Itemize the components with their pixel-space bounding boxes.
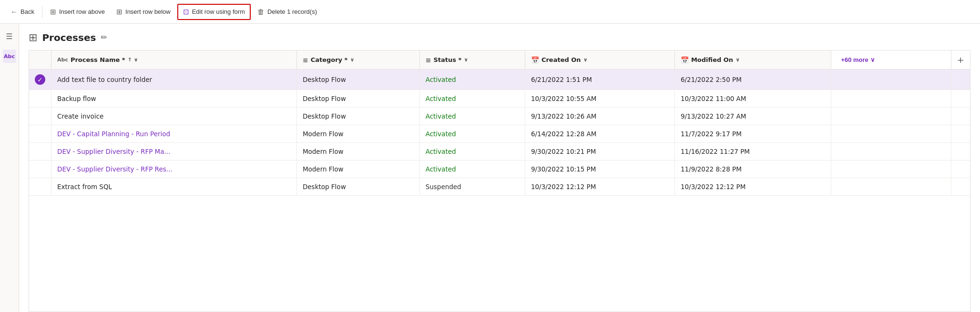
created-on-col-icon: 📅 [531, 56, 539, 64]
left-sidebar: ☰ Abc [0, 24, 19, 312]
row-modified-on: 11/9/2022 8:28 PM [674, 161, 831, 178]
add-column-icon[interactable]: + [957, 55, 964, 65]
menu-icon[interactable]: ☰ [3, 30, 16, 43]
row-checkbox-cell[interactable] [29, 161, 51, 178]
table-row[interactable]: DEV - Supplier Diversity - RFP Ma...Mode… [29, 143, 970, 161]
table-row[interactable]: ✓Add text file to country folderDesktop … [29, 70, 970, 90]
row-more-cols [831, 70, 951, 90]
modified-on-sort-icon: ∨ [735, 57, 740, 63]
table-row[interactable]: DEV - Supplier Diversity - RFP Res...Mod… [29, 161, 970, 178]
row-status: Activated [419, 70, 525, 90]
edit-form-icon: ⊡ [183, 8, 189, 16]
category-sort-icon: ∨ [350, 57, 354, 63]
abc-icon[interactable]: Abc [3, 50, 16, 63]
row-checkbox-cell[interactable] [29, 178, 51, 196]
th-category-label: Category * [311, 56, 348, 63]
back-icon: ← [10, 8, 18, 16]
table-row[interactable]: DEV - Capital Planning - Run PeriodModer… [29, 125, 970, 143]
toolbar-separator-1 [42, 6, 42, 18]
row-category: Desktop Flow [296, 178, 419, 196]
row-modified-on: 9/13/2022 10:27 AM [674, 108, 831, 125]
row-status: Activated [419, 90, 525, 108]
row-created-on: 9/30/2022 10:15 PM [525, 161, 674, 178]
row-modified-on: 11/7/2022 9:17 PM [674, 125, 831, 143]
process-name-link[interactable]: DEV - Capital Planning - Run Period [57, 130, 170, 138]
process-name-link[interactable]: DEV - Supplier Diversity - RFP Res... [57, 165, 173, 173]
row-status: Suspended [419, 178, 525, 196]
th-process-name[interactable]: Abc Process Name * ↑ ∨ [51, 50, 297, 70]
row-modified-on: 11/16/2022 11:27 PM [674, 143, 831, 161]
toolbar: ← Back ⊞ Insert row above ⊞ Insert row b… [0, 0, 980, 24]
row-add-col [951, 143, 970, 161]
process-name-link[interactable]: DEV - Supplier Diversity - RFP Ma... [57, 148, 170, 155]
th-add-col[interactable]: + [951, 50, 970, 70]
row-checkbox-cell[interactable] [29, 125, 51, 143]
processes-table: Abc Process Name * ↑ ∨ ≡ Category * ∨ [29, 50, 970, 196]
process-name-sort-icon: ↑ ∨ [128, 57, 138, 63]
row-add-col [951, 161, 970, 178]
row-add-col [951, 178, 970, 196]
delete-record-button[interactable]: 🗑 Delete 1 record(s) [253, 5, 322, 19]
table-row[interactable]: Extract from SQLDesktop FlowSuspended10/… [29, 178, 970, 196]
row-process-name: Backup flow [51, 90, 297, 108]
row-category: Modern Flow [296, 125, 419, 143]
more-columns-chevron: ∨ [870, 56, 875, 63]
row-modified-on: 10/3/2022 12:12 PM [674, 178, 831, 196]
row-status: Activated [419, 125, 525, 143]
row-category: Desktop Flow [296, 90, 419, 108]
th-checkbox [29, 50, 51, 70]
row-checkbox-cell[interactable] [29, 108, 51, 125]
row-modified-on: 6/21/2022 2:50 PM [674, 70, 831, 90]
page-header: ⊞ Processes ✏ [29, 31, 970, 43]
row-created-on: 9/30/2022 10:21 PM [525, 143, 674, 161]
row-checkbox-cell[interactable] [29, 143, 51, 161]
th-modified-on[interactable]: 📅 Modified On ∨ [674, 50, 831, 70]
row-checkbox-cell[interactable]: ✓ [29, 70, 51, 90]
insert-row-below-button[interactable]: ⊞ Insert row below [112, 5, 175, 19]
row-process-name: DEV - Supplier Diversity - RFP Ma... [51, 143, 297, 161]
page-title: Processes [42, 32, 96, 43]
row-process-name: Add text file to country folder [51, 70, 297, 90]
row-created-on: 9/13/2022 10:26 AM [525, 108, 674, 125]
row-created-on: 6/14/2022 12:28 AM [525, 125, 674, 143]
insert-row-above-button[interactable]: ⊞ Insert row above [45, 5, 110, 19]
row-category: Modern Flow [296, 143, 419, 161]
edit-form-label: Edit row using form [192, 8, 245, 15]
more-columns-button[interactable]: +60 more ∨ [837, 54, 878, 65]
th-modified-on-label: Modified On [691, 56, 733, 63]
table-header-row: Abc Process Name * ↑ ∨ ≡ Category * ∨ [29, 50, 970, 70]
edit-title-icon[interactable]: ✏ [101, 33, 107, 42]
row-process-name: DEV - Capital Planning - Run Period [51, 125, 297, 143]
row-created-on: 6/21/2022 1:51 PM [525, 70, 674, 90]
row-more-cols [831, 178, 951, 196]
row-more-cols [831, 143, 951, 161]
insert-above-label: Insert row above [59, 8, 105, 15]
th-more-cols[interactable]: +60 more ∨ [831, 50, 951, 70]
modified-on-col-icon: 📅 [681, 56, 689, 64]
table-body: ✓Add text file to country folderDesktop … [29, 70, 970, 196]
row-checkbox-cell[interactable] [29, 90, 51, 108]
row-add-col [951, 70, 970, 90]
th-created-on[interactable]: 📅 Created On ∨ [525, 50, 674, 70]
insert-below-icon: ⊞ [116, 8, 122, 16]
row-add-col [951, 125, 970, 143]
th-category[interactable]: ≡ Category * ∨ [296, 50, 419, 70]
status-col-icon: ≡ [426, 56, 431, 64]
row-process-name: Extract from SQL [51, 178, 297, 196]
table-row[interactable]: Create invoiceDesktop FlowActivated9/13/… [29, 108, 970, 125]
th-status[interactable]: ≡ Status * ∨ [419, 50, 525, 70]
row-more-cols [831, 90, 951, 108]
row-status: Activated [419, 143, 525, 161]
row-category: Modern Flow [296, 161, 419, 178]
table-row[interactable]: Backup flowDesktop FlowActivated10/3/202… [29, 90, 970, 108]
back-button[interactable]: ← Back [6, 5, 39, 19]
th-process-name-label: Process Name * [71, 56, 125, 63]
main-layout: ☰ Abc ⊞ Processes ✏ Abc Process Name * [0, 24, 980, 312]
insert-above-icon: ⊞ [50, 8, 56, 16]
row-add-col [951, 90, 970, 108]
row-modified-on: 10/3/2022 11:00 AM [674, 90, 831, 108]
edit-row-form-button[interactable]: ⊡ Edit row using form [177, 4, 251, 20]
row-more-cols [831, 125, 951, 143]
created-on-sort-icon: ∨ [583, 57, 588, 63]
processes-table-icon: ⊞ [29, 31, 37, 43]
